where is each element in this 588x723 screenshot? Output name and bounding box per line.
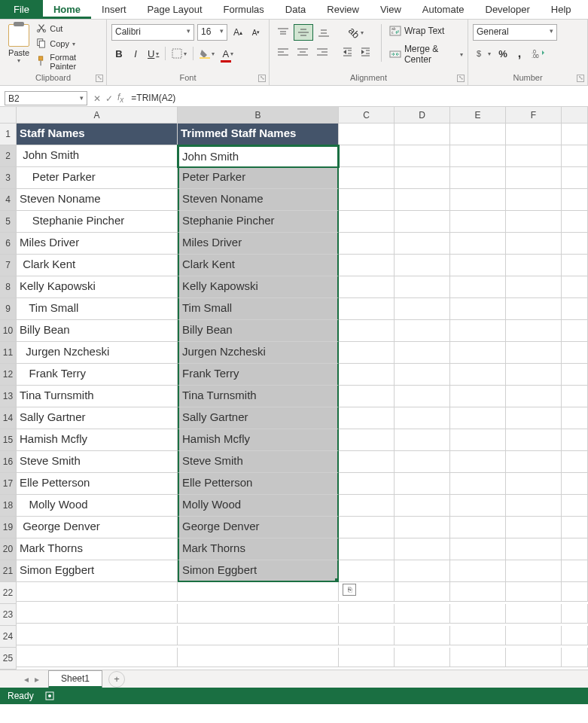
row-header[interactable]: 3 xyxy=(0,167,17,189)
cell[interactable]: Sally Gartner xyxy=(17,407,178,429)
bold-button[interactable]: B xyxy=(111,45,126,62)
cell[interactable] xyxy=(562,342,588,364)
row-header[interactable]: 11 xyxy=(0,342,17,364)
cell[interactable] xyxy=(506,145,562,167)
tab-data[interactable]: Data xyxy=(275,0,316,19)
cell[interactable] xyxy=(506,211,562,233)
cell[interactable] xyxy=(506,364,562,386)
cell[interactable] xyxy=(562,473,588,495)
accounting-format-button[interactable]: $ xyxy=(473,45,494,62)
cell[interactable] xyxy=(395,495,450,517)
cell[interactable] xyxy=(506,320,562,342)
tab-home[interactable]: Home xyxy=(43,0,91,19)
cell[interactable] xyxy=(339,495,395,517)
increase-decimal-button[interactable]: .0.00 xyxy=(529,45,548,62)
align-top-button[interactable] xyxy=(274,24,292,41)
cell[interactable] xyxy=(395,124,450,145)
row-header[interactable]: 2 xyxy=(0,145,17,167)
row-header[interactable]: 21 xyxy=(0,560,17,582)
cell[interactable] xyxy=(339,451,395,473)
fx-icon[interactable]: fx xyxy=(117,92,123,104)
cell[interactable] xyxy=(395,233,450,255)
percent-button[interactable]: % xyxy=(495,45,510,62)
cell[interactable] xyxy=(562,145,588,167)
cell[interactable]: Molly Wood xyxy=(17,495,178,517)
cell[interactable] xyxy=(395,364,450,386)
cell[interactable] xyxy=(395,582,450,602)
cell[interactable] xyxy=(562,167,588,189)
cell[interactable] xyxy=(395,626,450,645)
cell[interactable] xyxy=(562,407,588,429)
cell[interactable] xyxy=(450,124,506,145)
cell[interactable] xyxy=(395,342,450,364)
cell[interactable]: Frank Terry xyxy=(178,364,339,386)
cell[interactable] xyxy=(562,538,588,560)
cell[interactable]: Stephanie Pincher xyxy=(17,211,178,233)
align-right-button[interactable] xyxy=(313,44,331,60)
row-header[interactable]: 10 xyxy=(0,320,17,342)
align-center-button[interactable] xyxy=(294,44,312,60)
cell[interactable] xyxy=(562,451,588,473)
cell[interactable] xyxy=(450,538,506,560)
cell[interactable] xyxy=(178,648,339,667)
row-header[interactable]: 13 xyxy=(0,386,17,407)
cell[interactable] xyxy=(506,560,562,582)
orientation-button[interactable]: ab xyxy=(339,24,373,41)
cell[interactable] xyxy=(17,582,178,602)
tab-insert[interactable]: Insert xyxy=(91,0,137,19)
column-header[interactable]: B xyxy=(178,107,339,124)
cell[interactable] xyxy=(562,364,588,386)
cell[interactable] xyxy=(395,211,450,233)
number-format-select[interactable]: General xyxy=(473,24,557,41)
cell[interactable]: Kelly Kapowski xyxy=(17,276,178,298)
row-header[interactable]: 5 xyxy=(0,211,17,233)
cell[interactable] xyxy=(562,582,588,602)
column-header[interactable]: A xyxy=(17,107,178,124)
underline-button[interactable]: U xyxy=(145,45,162,62)
cell[interactable] xyxy=(339,167,395,189)
row-header[interactable]: 23 xyxy=(0,604,17,626)
enter-formula-icon[interactable]: ✓ xyxy=(105,93,113,104)
clipboard-dialog-launcher[interactable]: ⤡ xyxy=(96,75,103,82)
cell[interactable] xyxy=(339,298,395,320)
cell[interactable]: Steve Smith xyxy=(178,451,339,473)
row-header[interactable]: 14 xyxy=(0,407,17,429)
cell[interactable] xyxy=(562,648,588,667)
name-box[interactable]: B2 xyxy=(5,91,87,105)
cell[interactable] xyxy=(395,407,450,429)
cell[interactable] xyxy=(339,364,395,386)
cell[interactable] xyxy=(506,124,562,145)
alignment-dialog-launcher[interactable]: ⤡ xyxy=(457,75,465,82)
sheet-nav-next-icon[interactable]: ▸ xyxy=(35,674,39,685)
cell[interactable] xyxy=(339,429,395,451)
font-dialog-launcher[interactable]: ⤡ xyxy=(258,75,266,82)
cell[interactable] xyxy=(450,517,506,538)
row-header[interactable]: 25 xyxy=(0,648,17,670)
row-header[interactable]: 16 xyxy=(0,451,17,473)
column-header[interactable]: D xyxy=(395,107,450,124)
cell[interactable] xyxy=(450,276,506,298)
cell[interactable] xyxy=(562,124,588,145)
row-header[interactable]: 20 xyxy=(0,538,17,560)
cell[interactable]: Frank Terry xyxy=(17,364,178,386)
cell[interactable] xyxy=(506,386,562,407)
cell[interactable]: Tim Small xyxy=(178,298,339,320)
align-left-button[interactable] xyxy=(274,44,292,60)
cell[interactable]: George Denver xyxy=(17,517,178,538)
cell[interactable] xyxy=(506,298,562,320)
decrease-font-button[interactable]: A▾ xyxy=(248,24,264,41)
cell[interactable]: Tina Turnsmith xyxy=(17,386,178,407)
cell[interactable] xyxy=(450,560,506,582)
cell[interactable] xyxy=(395,451,450,473)
font-name-select[interactable]: Calibri xyxy=(111,24,194,41)
cell[interactable]: Jurgen Nzcheski xyxy=(17,342,178,364)
formula-bar[interactable]: =TRIM(A2) xyxy=(126,90,588,106)
cell[interactable] xyxy=(562,189,588,211)
cell[interactable]: Elle Petterson xyxy=(17,473,178,495)
cell[interactable] xyxy=(339,233,395,255)
cell[interactable] xyxy=(562,276,588,298)
cell[interactable] xyxy=(395,473,450,495)
cell[interactable] xyxy=(17,648,178,667)
cell[interactable] xyxy=(450,189,506,211)
align-bottom-button[interactable] xyxy=(315,24,333,41)
